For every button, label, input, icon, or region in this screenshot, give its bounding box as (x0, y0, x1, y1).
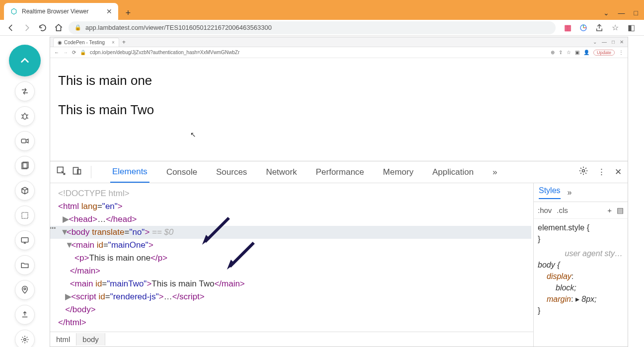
more-tabs-icon[interactable]: » (568, 188, 572, 197)
location-icon[interactable] (15, 280, 35, 300)
close-icon[interactable]: × (112, 40, 115, 45)
cube-icon[interactable] (15, 181, 35, 201)
ua-stylesheet-label: user agent sty… (538, 248, 624, 259)
close-brace: } (538, 305, 624, 316)
translate-icon[interactable]: ▦ (563, 23, 572, 33)
layout-icon[interactable] (15, 206, 35, 225)
upload-icon[interactable] (15, 305, 35, 325)
back-button[interactable]: ← (54, 50, 59, 55)
inner-browser-tab[interactable]: ◉ CodePen - Testing × (53, 38, 119, 47)
toolbar-collapse-button[interactable] (9, 45, 41, 76)
video-icon[interactable] (15, 131, 35, 151)
tab-elements[interactable]: Elements (110, 162, 149, 183)
maximize-icon[interactable]: □ (634, 9, 638, 17)
sidepanel-icon[interactable]: ◧ (626, 23, 636, 33)
menu-icon[interactable]: ⋮ (619, 50, 624, 55)
screenshot-icon[interactable] (15, 156, 35, 176)
outer-url-bar[interactable]: 🔒 app.lambdatest.com/viewer/TES101605012… (69, 21, 556, 34)
dom-tree[interactable]: ••• <!DOCTYPE html> <html lang="en"> ▶<h… (50, 183, 533, 332)
more-tabs-icon[interactable]: » (491, 162, 499, 182)
close-icon[interactable]: ✕ (615, 167, 622, 177)
svg-rect-5 (22, 212, 28, 218)
dom-breadcrumb[interactable]: html body (50, 332, 533, 347)
inner-url-text: cdpn.io/pen/debug/JjZvzbN?authentication… (90, 50, 547, 55)
tab-styles[interactable]: Styles (539, 186, 561, 199)
update-button[interactable]: Update (593, 50, 615, 56)
devtools-tabstrip: Elements Console Sources Network Perform… (50, 161, 628, 183)
inner-tabstrip: ◉ CodePen - Testing × + ⌄ — □ ✕ (50, 37, 628, 47)
forward-button[interactable] (21, 22, 33, 34)
outer-url-text: app.lambdatest.com/viewer/TES10160501221… (85, 24, 272, 31)
folder-icon[interactable] (15, 255, 35, 275)
device-toggle-icon[interactable] (72, 166, 82, 178)
rendered-page: This is main one This is main Two ↖ (50, 58, 628, 161)
back-button[interactable] (5, 22, 17, 34)
maximize-icon[interactable]: □ (612, 39, 615, 45)
outer-browser-tabstrip: Realtime Browser Viewer ✕ + ⌄ — □ (0, 0, 644, 20)
monitor-icon[interactable] (15, 230, 35, 250)
kebab-icon[interactable]: ⋮ (597, 167, 606, 177)
inner-address-bar-row: ← → ⟳ 🔒 cdpn.io/pen/debug/JjZvzbN?authen… (50, 47, 628, 58)
computed-icon[interactable]: ▤ (617, 206, 624, 215)
share-icon[interactable] (594, 23, 604, 33)
lock-icon: 🔒 (74, 24, 81, 31)
devtools-panel: Elements Console Sources Network Perform… (50, 161, 628, 347)
line-actions-icon[interactable]: ••• (50, 222, 56, 235)
inner-tab-title: CodePen - Testing (64, 40, 105, 45)
element-style-close: } (538, 233, 624, 245)
devtools-body: ••• <!DOCTYPE html> <html lang="en"> ▶<h… (50, 183, 628, 347)
home-button[interactable] (53, 22, 65, 34)
breadcrumb-body[interactable]: body (76, 333, 105, 346)
star-icon[interactable]: ☆ (567, 50, 571, 55)
svg-rect-2 (21, 139, 26, 143)
chevron-down-icon[interactable]: ⌄ (603, 9, 609, 17)
tab-application[interactable]: Application (430, 162, 476, 182)
switch-icon[interactable] (15, 81, 35, 101)
zoom-icon[interactable]: ⊕ (551, 50, 555, 55)
cls-toggle[interactable]: .cls (557, 206, 568, 214)
dom-doctype: <!DOCTYPE html> (58, 189, 130, 198)
reload-button[interactable] (37, 22, 49, 34)
styles-panel: Styles » :hov .cls + ▤ element.style { }… (533, 183, 628, 347)
outer-browser-tab[interactable]: Realtime Browser Viewer ✕ (4, 3, 118, 20)
tab-sources[interactable]: Sources (214, 162, 249, 182)
svg-point-7 (24, 288, 26, 290)
codepen-favicon: ◉ (58, 40, 62, 45)
hov-toggle[interactable]: :hov (538, 206, 552, 214)
google-icon[interactable] (578, 23, 588, 33)
close-icon[interactable]: ✕ (620, 39, 624, 45)
reload-button[interactable]: ⟳ (72, 50, 76, 55)
elements-panel: ••• <!DOCTYPE html> <html lang="en"> ▶<h… (50, 183, 533, 347)
gear-icon[interactable] (578, 166, 588, 178)
chevron-down-icon[interactable]: ⌄ (593, 39, 597, 45)
tab-performance[interactable]: Performance (314, 162, 366, 182)
tab-network[interactable]: Network (264, 162, 299, 182)
star-icon[interactable]: ☆ (610, 23, 620, 33)
workspace: ◉ CodePen - Testing × + ⌄ — □ ✕ ← → ⟳ 🔒 … (0, 36, 644, 347)
gear-icon[interactable] (15, 330, 35, 347)
extension-icon[interactable]: ▣ (575, 50, 579, 55)
minimize-icon[interactable]: — (618, 9, 625, 17)
breadcrumb-html[interactable]: html (50, 333, 76, 346)
profile-icon[interactable]: 👤 (583, 50, 589, 55)
inspect-icon[interactable] (56, 166, 66, 178)
svg-point-12 (582, 170, 585, 172)
page-paragraph-2: This is main Two (58, 102, 620, 118)
share-icon[interactable]: ⇪ (559, 50, 563, 55)
tab-console[interactable]: Console (164, 162, 199, 182)
inner-new-tab-button[interactable]: + (122, 39, 126, 46)
minimize-icon[interactable]: — (602, 39, 607, 45)
add-rule-icon[interactable]: + (607, 206, 612, 214)
tab-memory[interactable]: Memory (381, 162, 415, 182)
body-selector: body { (538, 259, 624, 271)
close-icon[interactable]: ✕ (106, 7, 112, 15)
bug-icon[interactable] (15, 106, 35, 126)
svg-point-8 (24, 339, 26, 341)
styles-rules[interactable]: element.style { } user agent sty… body {… (534, 219, 628, 347)
forward-button[interactable]: → (63, 50, 68, 55)
lock-icon: 🔒 (80, 50, 86, 55)
svg-point-1 (23, 114, 27, 120)
new-tab-button[interactable]: + (121, 6, 135, 20)
outer-address-bar-row: 🔒 app.lambdatest.com/viewer/TES101605012… (0, 20, 644, 36)
svg-rect-6 (21, 238, 28, 242)
